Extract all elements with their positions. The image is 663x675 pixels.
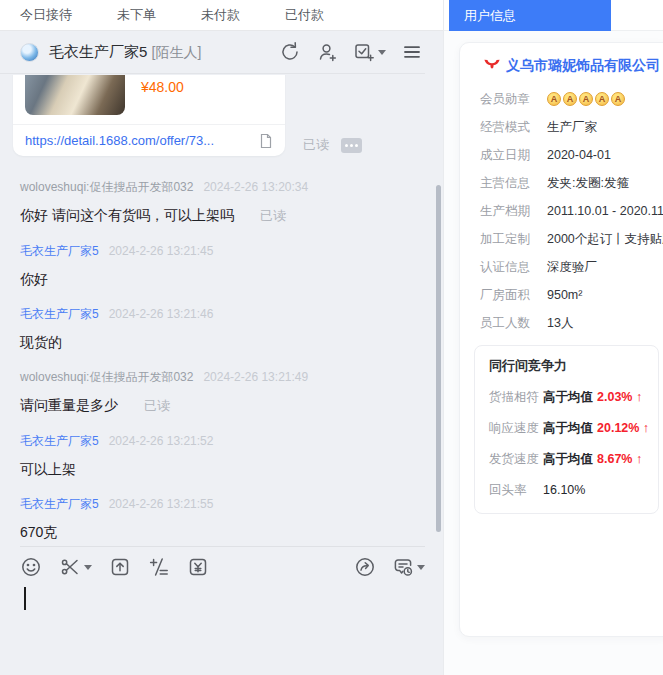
product-link[interactable]: https://detail.1688.com/offer/73... bbox=[25, 133, 250, 148]
chat-scrollbar-thumb[interactable] bbox=[436, 185, 441, 532]
toolbar-left-group bbox=[20, 556, 209, 578]
contact-avatar[interactable] bbox=[20, 43, 39, 62]
message-sender: woloveshuqi:促佳搜品开发部032 bbox=[20, 180, 193, 195]
message-sender[interactable]: 毛衣生产厂家5 bbox=[20, 307, 99, 322]
message-text: 你好 bbox=[20, 269, 423, 289]
competitiveness-row: 货描相符高于均值2.03% ↑ bbox=[489, 389, 658, 406]
chat-header: 毛衣生产厂家5 [陌生人] bbox=[0, 31, 425, 74]
product-card[interactable]: ¥48.00 https://detail.1688.com/offer/73.… bbox=[13, 75, 285, 156]
toolbar-right-group bbox=[354, 556, 425, 578]
competitiveness-title: 同行间竞争力 bbox=[489, 357, 658, 375]
chat-message: woloveshuqi:促佳搜品开发部0322024-2-26 13:20:34… bbox=[20, 180, 423, 226]
caret-down-icon[interactable] bbox=[378, 50, 386, 55]
company-name-link[interactable]: 义乌市璐妮饰品有限公司 bbox=[506, 57, 660, 75]
chat-message: woloveshuqi:促佳搜品开发部0322024-2-26 13:21:49… bbox=[20, 370, 423, 416]
field-label: 会员勋章 bbox=[480, 91, 535, 108]
field-label: 厂房面积 bbox=[480, 287, 535, 304]
read-receipt: 已读 bbox=[260, 208, 286, 223]
message-text: 可以上架 bbox=[20, 459, 423, 479]
field-value: 2000个起订丨支持贴牌 bbox=[547, 231, 663, 248]
message-timestamp: 2024-2-26 13:21:52 bbox=[109, 434, 214, 449]
task-add-icon[interactable] bbox=[353, 41, 386, 63]
message-more-button[interactable] bbox=[341, 138, 362, 153]
tab-user-info[interactable]: 用户信息 bbox=[449, 0, 611, 31]
tab-已付款[interactable]: 已付款 bbox=[285, 6, 324, 24]
copy-document-icon[interactable] bbox=[258, 133, 273, 149]
transaction-icon[interactable] bbox=[187, 556, 209, 578]
message-list: woloveshuqi:促佳搜品开发部0322024-2-26 13:20:34… bbox=[0, 156, 443, 540]
stat-percentage: 2.03% ↑ bbox=[597, 390, 642, 404]
refresh-icon[interactable] bbox=[279, 41, 301, 63]
field-value: 2011.10.01 - 2020.11.2 bbox=[547, 204, 663, 218]
member-medal-icon: A bbox=[547, 92, 561, 106]
send-file-icon[interactable] bbox=[109, 556, 131, 578]
app-window: 今日接待未下单未付款已付款 毛衣生产厂家5 [陌生人] ¥48.00 https… bbox=[0, 0, 663, 675]
message-timestamp: 2024-2-26 13:21:55 bbox=[109, 497, 214, 512]
product-image[interactable] bbox=[25, 75, 125, 115]
user-info-panel: 用户信息 义乌市璐妮饰品有限公司 会员勋章 AAAAA 经营模式生产厂家成立日期… bbox=[443, 0, 663, 675]
competitiveness-rows: 货描相符高于均值2.03% ↑响应速度高于均值20.12% ↑发货速度高于均值8… bbox=[489, 389, 658, 499]
message-scroll-area[interactable]: ¥48.00 https://detail.1688.com/offer/73.… bbox=[0, 75, 443, 540]
chat-message: 毛衣生产厂家52024-2-26 13:21:45你好 bbox=[20, 244, 423, 289]
info-row: 主营信息发夹:发圈:发箍 bbox=[460, 169, 663, 197]
stat-comparison: 高于均值 bbox=[543, 389, 593, 406]
chat-header-actions bbox=[279, 41, 425, 63]
field-label: 经营模式 bbox=[480, 119, 535, 136]
info-row: 成立日期2020-04-01 bbox=[460, 141, 663, 169]
user-info-tabbar: 用户信息 bbox=[444, 0, 663, 31]
chat-panel: 今日接待未下单未付款已付款 毛衣生产厂家5 [陌生人] ¥48.00 https… bbox=[0, 0, 443, 675]
order-filter-tabs: 今日接待未下单未付款已付款 bbox=[0, 0, 443, 31]
info-row: 厂房面积950m² bbox=[460, 281, 663, 309]
message-head: 毛衣生产厂家52024-2-26 13:21:46 bbox=[20, 307, 423, 322]
member-medal-icon: A bbox=[563, 92, 577, 106]
menu-icon[interactable] bbox=[401, 41, 423, 63]
contact-name: 毛衣生产厂家5 bbox=[49, 43, 147, 60]
competitiveness-row: 回头率16.10% bbox=[489, 482, 658, 499]
product-link-row: https://detail.1688.com/offer/73... bbox=[13, 125, 285, 156]
tab-今日接待[interactable]: 今日接待 bbox=[20, 6, 72, 24]
field-label: 认证信息 bbox=[480, 259, 535, 276]
message-input[interactable] bbox=[24, 587, 424, 611]
emoji-icon[interactable] bbox=[20, 556, 42, 578]
field-value: 950m² bbox=[547, 288, 582, 302]
field-label: 加工定制 bbox=[480, 231, 535, 248]
info-row: 生产档期2011.10.01 - 2020.11.2 bbox=[460, 197, 663, 225]
stat-value: 16.10% bbox=[543, 483, 585, 497]
stat-percentage: 8.67% ↑ bbox=[597, 452, 642, 466]
message-sender[interactable]: 毛衣生产厂家5 bbox=[20, 497, 99, 512]
read-receipt: 已读 bbox=[303, 136, 329, 154]
message-timestamp: 2024-2-26 13:20:34 bbox=[203, 180, 308, 195]
stat-comparison: 高于均值 bbox=[543, 451, 593, 468]
competitiveness-card: 同行间竞争力 货描相符高于均值2.03% ↑响应速度高于均值20.12% ↑发货… bbox=[474, 345, 659, 514]
composer-toolbar bbox=[20, 556, 425, 578]
message-sender[interactable]: 毛衣生产厂家5 bbox=[20, 434, 99, 449]
quote-icon[interactable] bbox=[148, 556, 170, 578]
competitiveness-row: 响应速度高于均值20.12% ↑ bbox=[489, 420, 658, 437]
forward-icon[interactable] bbox=[354, 556, 376, 578]
chat-message: 毛衣生产厂家52024-2-26 13:21:46现货的 bbox=[20, 307, 423, 352]
message-timestamp: 2024-2-26 13:21:49 bbox=[203, 370, 308, 385]
text-cursor bbox=[24, 587, 26, 610]
message-head: 毛衣生产厂家52024-2-26 13:21:45 bbox=[20, 244, 423, 259]
caret-down-icon[interactable] bbox=[84, 565, 92, 570]
message-sender[interactable]: 毛衣生产厂家5 bbox=[20, 244, 99, 259]
tab-未付款[interactable]: 未付款 bbox=[201, 6, 240, 24]
member-medal-icon: A bbox=[595, 92, 609, 106]
add-contact-icon[interactable] bbox=[316, 41, 338, 63]
message-head: 毛衣生产厂家52024-2-26 13:21:52 bbox=[20, 434, 423, 449]
stat-label: 响应速度 bbox=[489, 420, 543, 437]
stat-label: 回头率 bbox=[489, 482, 543, 499]
divider bbox=[20, 546, 425, 547]
field-label: 主营信息 bbox=[480, 175, 535, 192]
tab-未下单[interactable]: 未下单 bbox=[117, 6, 156, 24]
chat-history-icon[interactable] bbox=[392, 556, 425, 578]
message-sender: woloveshuqi:促佳搜品开发部032 bbox=[20, 370, 193, 385]
product-price: ¥48.00 bbox=[141, 79, 184, 115]
caret-down-icon[interactable] bbox=[417, 565, 425, 570]
stat-label: 货描相符 bbox=[489, 389, 543, 406]
message-timestamp: 2024-2-26 13:21:46 bbox=[109, 307, 214, 322]
message-text: 现货的 bbox=[20, 332, 423, 352]
info-row: 员工人数13人 bbox=[460, 309, 663, 337]
screenshot-icon[interactable] bbox=[59, 556, 92, 578]
message-text: 670克 bbox=[20, 522, 423, 540]
